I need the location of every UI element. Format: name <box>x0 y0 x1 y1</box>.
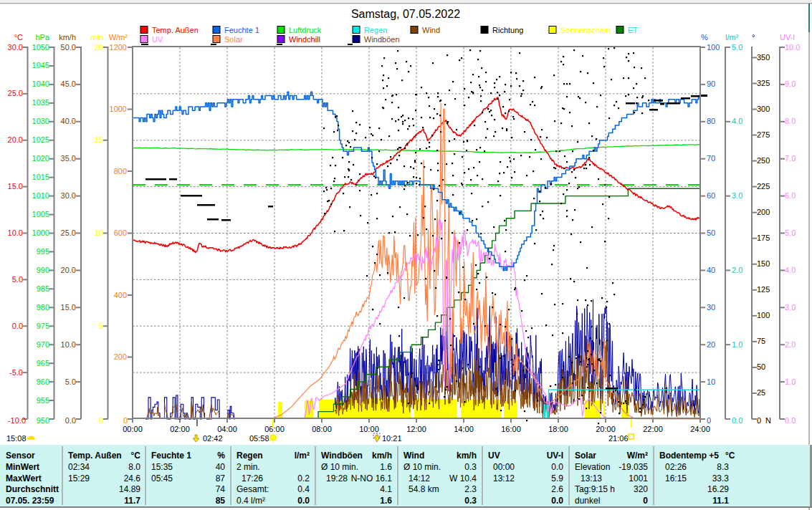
svg-text:%: % <box>217 451 225 461</box>
svg-text:km/h: km/h <box>457 451 477 461</box>
svg-text:N-NO 16.1: N-NO 16.1 <box>351 473 393 483</box>
svg-text:UV: UV <box>488 451 500 461</box>
svg-text:Sonnenschein: Sonnenschein <box>560 26 611 34</box>
svg-text:950: 950 <box>37 416 49 425</box>
svg-text:Solar: Solar <box>224 35 243 44</box>
svg-text:0.4 l/m²: 0.4 l/m² <box>237 496 265 506</box>
svg-text:MaxWert: MaxWert <box>6 473 42 483</box>
svg-text:°C: °C <box>131 451 141 461</box>
svg-text:02:26: 02:26 <box>665 462 687 472</box>
svg-text:995: 995 <box>37 247 49 256</box>
svg-text:1050: 1050 <box>32 43 49 52</box>
svg-text:0.0: 0.0 <box>297 496 310 506</box>
svg-text:985: 985 <box>37 284 49 293</box>
svg-text:16.29: 16.29 <box>707 484 729 494</box>
svg-text:14.89: 14.89 <box>119 484 140 494</box>
svg-text:0.2: 0.2 <box>297 473 310 483</box>
svg-text:20: 20 <box>95 43 103 52</box>
svg-text:Feuchte 1: Feuchte 1 <box>224 26 259 34</box>
svg-text:14:12: 14:12 <box>409 473 430 483</box>
svg-text:12:00: 12:00 <box>406 425 426 433</box>
svg-text:5.0: 5.0 <box>732 43 742 52</box>
svg-text:Gesamt:: Gesamt: <box>237 484 269 494</box>
svg-text:MinWert: MinWert <box>6 462 39 472</box>
svg-text:UV: UV <box>152 35 163 44</box>
svg-text:90: 90 <box>707 80 715 88</box>
svg-text:22:00: 22:00 <box>643 425 663 433</box>
svg-text:100: 100 <box>707 43 720 52</box>
svg-text:980: 980 <box>37 303 49 312</box>
svg-text:l/m²: l/m² <box>725 33 739 42</box>
svg-text:20: 20 <box>707 340 715 349</box>
svg-text:33.3: 33.3 <box>712 473 730 483</box>
svg-text:W/m²: W/m² <box>109 33 128 42</box>
svg-text:Richtung: Richtung <box>492 26 523 34</box>
svg-text:Elevation: Elevation <box>575 462 610 472</box>
svg-text:965: 965 <box>37 359 49 367</box>
svg-text:13:12: 13:12 <box>493 473 515 483</box>
svg-text:1.6: 1.6 <box>380 462 392 472</box>
svg-text:25: 25 <box>757 388 765 397</box>
svg-text:10: 10 <box>707 377 715 386</box>
svg-text:Samstag, 07.05.2022: Samstag, 07.05.2022 <box>351 8 460 20</box>
svg-text:325: 325 <box>757 79 770 87</box>
svg-text:10: 10 <box>95 228 103 237</box>
svg-text:2.0: 2.0 <box>785 340 796 349</box>
svg-text:05:45: 05:45 <box>151 473 173 483</box>
svg-text:%: % <box>701 33 708 42</box>
svg-text:1030: 1030 <box>32 117 49 125</box>
svg-text:4.1: 4.1 <box>380 484 392 494</box>
svg-text:Tag:9:15 h: Tag:9:15 h <box>575 484 615 494</box>
svg-text:0.3: 0.3 <box>464 462 477 472</box>
svg-text:W/m²: W/m² <box>627 451 648 461</box>
svg-text:990: 990 <box>37 266 49 274</box>
svg-text:2 min.: 2 min. <box>237 462 260 472</box>
svg-text:W 10.4: W 10.4 <box>449 473 477 483</box>
svg-text:5.0: 5.0 <box>12 275 23 284</box>
svg-text:Ø 10 min.: Ø 10 min. <box>403 462 441 472</box>
svg-text:35.0: 35.0 <box>61 154 76 163</box>
svg-text:-10.0: -10.0 <box>8 416 26 425</box>
svg-text:15.0: 15.0 <box>8 182 23 191</box>
svg-text:02:42: 02:42 <box>203 434 223 443</box>
svg-text:0.0: 0.0 <box>551 496 563 506</box>
svg-text:60: 60 <box>707 191 715 200</box>
svg-text:0: 0 <box>643 496 648 506</box>
svg-text:225: 225 <box>757 182 770 191</box>
svg-text:10.0: 10.0 <box>61 340 76 349</box>
svg-text:16:00: 16:00 <box>501 425 521 433</box>
svg-text:Temp. Außen: Temp. Außen <box>68 451 122 461</box>
svg-text:6.0: 6.0 <box>785 191 796 200</box>
svg-text:85: 85 <box>216 496 226 506</box>
svg-text:Regen: Regen <box>237 451 263 461</box>
svg-text:25.0: 25.0 <box>61 228 76 237</box>
svg-text:-19.035: -19.035 <box>618 462 648 472</box>
svg-text:02:00: 02:00 <box>170 425 190 433</box>
svg-text:Bodentemp +5: Bodentemp +5 <box>659 451 719 461</box>
svg-text:24:00: 24:00 <box>690 425 710 433</box>
svg-text:9.0: 9.0 <box>785 80 796 88</box>
svg-text:3.0: 3.0 <box>785 303 796 312</box>
svg-text:70: 70 <box>707 154 715 163</box>
svg-text:5.0: 5.0 <box>785 228 796 237</box>
svg-text:0.3: 0.3 <box>464 496 477 506</box>
svg-text:02:34: 02:34 <box>68 462 90 472</box>
svg-text:15:08: 15:08 <box>6 434 27 443</box>
svg-text:50: 50 <box>707 228 715 237</box>
svg-text:2.0: 2.0 <box>732 266 742 274</box>
svg-text:00:00: 00:00 <box>493 462 515 472</box>
svg-text:14:00: 14:00 <box>454 425 474 433</box>
svg-text:min: min <box>90 33 103 42</box>
svg-text:05:58: 05:58 <box>249 434 269 443</box>
svg-text:Sensor: Sensor <box>6 451 35 461</box>
svg-text:1045: 1045 <box>32 61 49 69</box>
svg-text:15:29: 15:29 <box>68 473 90 483</box>
svg-text:UV-I: UV-I <box>780 33 795 42</box>
svg-text:8.0: 8.0 <box>785 117 796 125</box>
svg-text:15: 15 <box>95 135 103 144</box>
svg-text:200: 200 <box>114 352 127 361</box>
svg-text:10.0: 10.0 <box>8 228 23 237</box>
svg-text:87: 87 <box>216 473 226 483</box>
svg-text:300: 300 <box>757 105 770 113</box>
svg-text:1.0: 1.0 <box>732 340 742 349</box>
